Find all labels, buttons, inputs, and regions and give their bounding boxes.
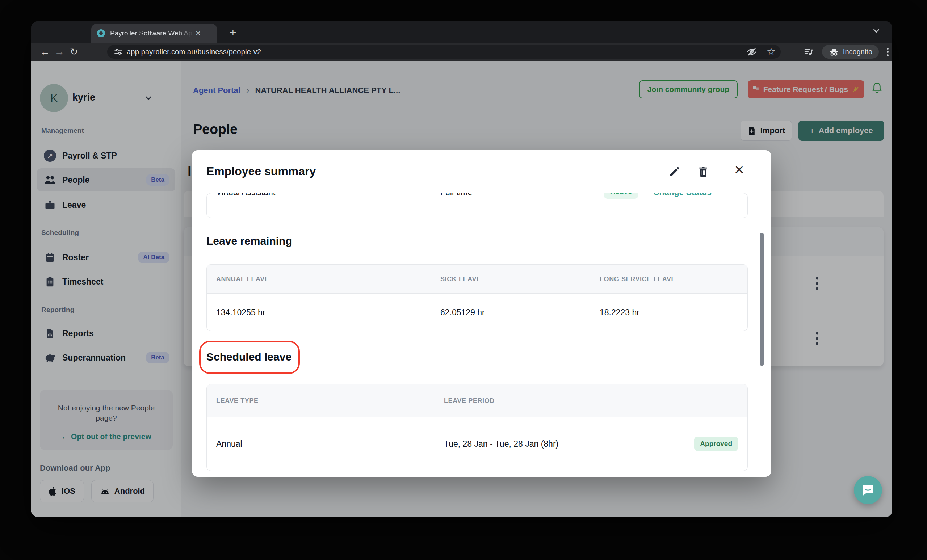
site-info-icon[interactable] xyxy=(114,47,123,56)
tab-search-chevron-icon[interactable] xyxy=(874,28,883,37)
new-tab-button[interactable]: + xyxy=(229,26,237,39)
close-icon[interactable]: × xyxy=(734,161,744,178)
incognito-spy-icon xyxy=(828,46,839,57)
employee-role: Virtual Assistant xyxy=(216,193,275,197)
annual-leave-value: 134.10255 hr xyxy=(216,307,266,317)
employment-type: Full-time xyxy=(440,193,472,197)
change-status-link[interactable]: Change Status xyxy=(653,193,711,197)
column-header: LONG SERVICE LEAVE xyxy=(600,275,676,283)
address-bar[interactable]: app.payroller.com.au/business/people-v2 … xyxy=(107,45,781,59)
scheduled-leave-heading: Scheduled leave xyxy=(207,351,292,363)
chat-launcher-button[interactable] xyxy=(854,476,882,504)
bookmark-star-icon[interactable]: ☆ xyxy=(767,47,776,57)
leave-remaining-header-row: ANNUAL LEAVE SICK LEAVE LONG SERVICE LEA… xyxy=(207,265,748,294)
status-badge: Active xyxy=(603,193,638,199)
column-header: ANNUAL LEAVE xyxy=(216,275,269,283)
forward-button[interactable]: → xyxy=(52,46,67,58)
leave-remaining-values-row: 134.10255 hr 62.05129 hr 18.2223 hr xyxy=(207,294,748,331)
leave-type-value: Annual xyxy=(216,439,242,449)
sick-leave-value: 62.05129 hr xyxy=(440,307,485,317)
leave-period-value: Tue, 28 Jan - Tue, 28 Jan (8hr) xyxy=(444,439,558,449)
incognito-badge: Incognito xyxy=(822,45,879,59)
modal-title: Employee summary xyxy=(207,165,316,178)
payroller-favicon-icon xyxy=(97,29,105,37)
tab-title: Payroller Software Web Appli xyxy=(110,29,193,37)
media-controls-icon[interactable] xyxy=(803,46,814,57)
long-service-leave-value: 18.2223 hr xyxy=(600,307,640,317)
scheduled-leave-table: LEAVE TYPE LEAVE PERIOD Annual Tue, 28 J… xyxy=(207,384,748,471)
tab-close-icon[interactable]: × xyxy=(196,28,201,38)
browser-tab-strip: Payroller Software Web Appli × + xyxy=(31,21,892,43)
delete-trash-icon[interactable] xyxy=(698,165,709,178)
page-content: K kyrie Management ↗ Payroll & STP Peopl… xyxy=(31,61,892,517)
eye-off-icon[interactable] xyxy=(746,46,757,57)
browser-menu-icon[interactable] xyxy=(887,48,889,56)
desktop-screen: Payroller Software Web Appli × + ← → ↻ a… xyxy=(0,0,927,560)
scheduled-leave-header-row: LEAVE TYPE LEAVE PERIOD xyxy=(207,384,748,417)
browser-tab[interactable]: Payroller Software Web Appli × xyxy=(91,24,217,43)
chat-bubble-icon xyxy=(861,483,875,497)
leave-remaining-table: ANNUAL LEAVE SICK LEAVE LONG SERVICE LEA… xyxy=(207,264,748,331)
employee-row-card: Virtual Assistant Full-time Active Chang… xyxy=(207,193,748,218)
column-header: LEAVE TYPE xyxy=(216,397,258,404)
browser-window: Payroller Software Web Appli × + ← → ↻ a… xyxy=(31,21,892,517)
scheduled-leave-row: Annual Tue, 28 Jan - Tue, 28 Jan (8hr) A… xyxy=(207,417,748,470)
reload-button[interactable]: ↻ xyxy=(67,46,81,58)
leave-remaining-heading: Leave remaining xyxy=(207,235,292,247)
incognito-label: Incognito xyxy=(843,48,872,56)
column-header: SICK LEAVE xyxy=(440,275,481,283)
browser-toolbar: ← → ↻ app.payroller.com.au/business/peop… xyxy=(31,43,892,61)
employee-summary-modal: Employee summary × Virtual Assistant Ful… xyxy=(192,150,771,477)
modal-scrollbar[interactable] xyxy=(760,233,764,366)
back-button[interactable]: ← xyxy=(38,46,52,58)
column-header: LEAVE PERIOD xyxy=(444,397,495,404)
approved-badge: Approved xyxy=(694,437,738,451)
edit-pencil-icon[interactable] xyxy=(669,165,681,178)
url-text: app.payroller.com.au/business/people-v2 xyxy=(127,48,261,56)
